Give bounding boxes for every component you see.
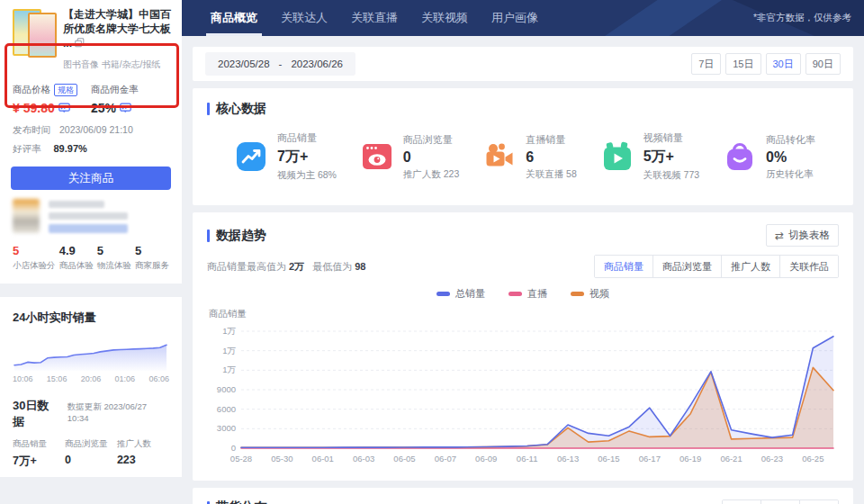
svg-text:1万: 1万	[222, 346, 236, 356]
copy-icon[interactable]	[75, 38, 85, 48]
publish-time-row: 发布时间 2023/06/09 21:10	[13, 124, 169, 137]
svg-text:06-09: 06-09	[475, 454, 497, 464]
commission-value: 25%	[91, 101, 169, 115]
trend-tab-2[interactable]: 推广人数	[721, 256, 779, 277]
date-preset-90日[interactable]: 90日	[806, 53, 841, 75]
publish-label: 发布时间	[13, 124, 50, 137]
distribution-title: 带货分布	[216, 500, 266, 504]
date-range-input[interactable]: 2023/05/28 - 2023/06/26	[205, 52, 356, 76]
main-content: 2023/05/28 - 2023/06/26 7日15日30日90日 核心数据…	[182, 36, 864, 504]
metric-label: 商品销量	[277, 131, 337, 145]
topnav-tab-4[interactable]: 用户画像	[490, 0, 540, 36]
svg-text:06-15: 06-15	[598, 454, 619, 464]
commission-trend-icon[interactable]	[120, 103, 131, 114]
metric-text: 商品浏览量0推广人数 223	[403, 133, 459, 181]
svg-text:9000: 9000	[217, 384, 236, 394]
topnav-tab-0[interactable]: 商品概览	[209, 0, 259, 36]
product-title: 【走进大学城】中国百所优质名牌大学七大板 ...	[63, 7, 171, 56]
date-preset-group: 7日15日30日90日	[691, 53, 841, 75]
metric-text: 视频销量5万+关联视频 773	[644, 131, 699, 182]
shop-badge-redacted	[49, 224, 128, 233]
shop-score-2: 5物流体验	[97, 244, 131, 272]
price-label: 商品价格规格	[13, 84, 91, 96]
switch-table-button[interactable]: ⇄ 切换表格	[766, 224, 839, 247]
section-accent-bar	[207, 103, 210, 115]
day30-stat-0: 商品销量7万+	[13, 438, 65, 469]
core-data-header: 核心数据	[207, 101, 839, 117]
metric-label: 直播销量	[526, 133, 577, 147]
core-data-title: 核心数据	[216, 101, 266, 117]
score-label: 商家服务	[135, 260, 169, 272]
stat-value: 7万+	[13, 454, 65, 469]
trend-minmax-stat: 商品销量最高值为2万 最低值为98	[207, 260, 371, 274]
trend-tab-1[interactable]: 商品浏览量	[652, 256, 721, 277]
views-eye-icon	[360, 140, 394, 174]
metric-0: 商品销量7万+视频为主 68%	[234, 131, 337, 182]
redacted-bar	[49, 212, 128, 220]
legend-label: 总销量	[455, 287, 485, 301]
sales-trend-icon	[234, 140, 268, 174]
svg-text:06-19: 06-19	[680, 454, 701, 464]
legend-swatch	[436, 292, 450, 296]
date-preset-30日[interactable]: 30日	[766, 53, 801, 75]
history-title: 历史数据	[13, 482, 169, 498]
day30-updated: 数据更新 2023/06/27 10:34	[68, 401, 169, 423]
distribution-tab-0[interactable]: 全部	[723, 500, 760, 504]
day30-title: 30日数据	[13, 398, 60, 430]
score-value: 5	[13, 244, 56, 257]
topnav-tab-3[interactable]: 关联视频	[419, 0, 470, 36]
shop-name-redacted	[49, 199, 128, 233]
realtime-x-label-3: 01:06	[115, 374, 136, 383]
trend-tab-3[interactable]: 关联作品	[779, 256, 838, 277]
svg-text:06-11: 06-11	[517, 454, 538, 464]
distribution-tab-2[interactable]: 视频	[799, 500, 838, 504]
metric-sublabel: 关联直播 58	[526, 168, 577, 181]
video-play-icon	[600, 140, 634, 174]
trend-line-chart: 03000600090001万1万1万05-2805-3006-0106-030…	[207, 322, 839, 468]
date-separator: -	[279, 58, 283, 69]
shop-info-row[interactable]	[13, 199, 169, 233]
date-preset-15日[interactable]: 15日	[725, 53, 760, 75]
metric-sublabel: 推广人数 223	[403, 168, 459, 181]
day30-stat-2: 推广人数223	[117, 438, 169, 469]
distribution-tabs: 全部直播视频	[722, 500, 839, 504]
score-label: 物流体验	[97, 260, 131, 272]
distribution-header: 带货分布	[207, 500, 266, 504]
book-cover-front	[28, 13, 57, 58]
metric-sublabel: 关联视频 773	[644, 169, 699, 182]
shop-score-row: 5小店体验分4.9商品体验5物流体验5商家服务	[13, 244, 169, 272]
metric-text: 商品转化率0%历史转化率	[766, 133, 815, 181]
svg-text:06-03: 06-03	[353, 454, 374, 464]
metric-sublabel: 历史转化率	[766, 168, 815, 181]
distribution-tab-1[interactable]: 直播	[760, 500, 799, 504]
spec-badge[interactable]: 规格	[54, 84, 77, 96]
metric-3: 视频销量5万+关联视频 773	[600, 131, 699, 182]
legend-item-0[interactable]: 总销量	[436, 287, 485, 301]
realtime-x-label-2: 20:06	[81, 374, 102, 383]
swap-icon: ⇄	[775, 230, 784, 242]
svg-text:1万: 1万	[222, 364, 236, 374]
product-image[interactable]	[13, 7, 56, 56]
switch-table-label: 切换表格	[788, 229, 830, 242]
trend-min-value: 98	[355, 261, 365, 272]
topnav-tab-2[interactable]: 关联直播	[349, 0, 400, 36]
price-trend-icon[interactable]	[58, 103, 70, 114]
realtime-x-labels: 10:0615:0620:0601:0606:06	[13, 374, 169, 383]
legend-item-2[interactable]: 视频	[571, 287, 609, 301]
product-sidebar: 【走进大学城】中国百所优质名牌大学七大板 ... 图书音像 书籍/杂志/报纸 商…	[0, 0, 182, 504]
trend-tab-0[interactable]: 商品销量	[595, 256, 652, 277]
legend-item-1[interactable]: 直播	[508, 287, 547, 301]
top-navigation: 商品概览关联达人关联直播关联视频用户画像 *非官方数据，仅供参考	[182, 0, 864, 36]
follow-product-button[interactable]: 关注商品	[11, 166, 171, 190]
shop-score-1: 4.9商品体验	[59, 244, 94, 272]
day30-stat-1: 商品浏览量0	[65, 438, 117, 469]
chart-legend: 总销量直播视频	[207, 287, 839, 301]
topnav-tab-1[interactable]: 关联达人	[279, 0, 329, 36]
day30-stats: 商品销量7万+商品浏览量0推广人数223	[13, 438, 169, 469]
svg-text:3000: 3000	[217, 423, 236, 433]
realtime-x-label-4: 06:06	[148, 374, 169, 383]
metric-value: 0%	[766, 149, 815, 166]
section-accent-bar	[207, 230, 210, 242]
svg-text:06-25: 06-25	[802, 454, 824, 464]
date-preset-7日[interactable]: 7日	[691, 53, 721, 75]
